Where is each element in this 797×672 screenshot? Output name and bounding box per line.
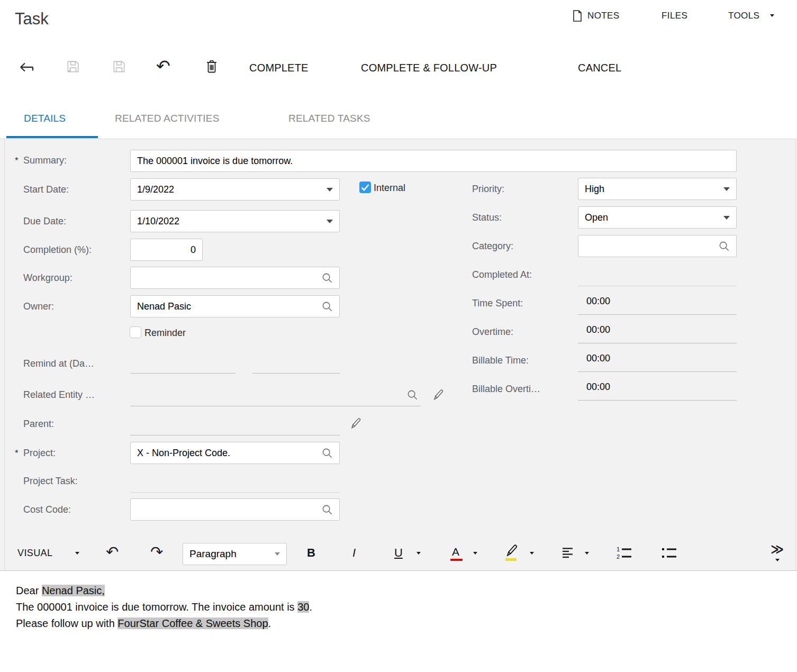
files-button[interactable]: FILES	[662, 11, 687, 21]
workgroup-input[interactable]	[130, 267, 340, 289]
priority-value: High	[585, 184, 723, 195]
remind-at-time-input[interactable]	[252, 373, 340, 374]
internal-checkbox[interactable]	[359, 181, 371, 193]
status-select[interactable]: Open	[578, 206, 737, 229]
delete-button[interactable]	[204, 58, 219, 75]
due-date-value: 1/10/2022	[137, 216, 327, 227]
overtime-input[interactable]: 00:00	[578, 324, 737, 343]
complete-follow-up-button[interactable]: COMPLETE & FOLLOW-UP	[361, 62, 497, 74]
complete-button[interactable]: COMPLETE	[249, 62, 309, 74]
category-input[interactable]	[578, 235, 737, 257]
cost-code-label: Cost Code:	[23, 503, 71, 516]
chevron-down-icon	[473, 552, 477, 555]
remind-at-label: Remind at (Da…	[23, 357, 94, 370]
tools-menu[interactable]: TOOLS	[728, 11, 759, 21]
undo-button[interactable]: ↶	[156, 56, 170, 76]
tab-related-tasks[interactable]: RELATED TASKS	[288, 113, 370, 124]
status-label: Status:	[472, 211, 502, 224]
parent-label: Parent:	[23, 417, 54, 430]
billable-overtime-value: 00:00	[586, 382, 610, 393]
owner-value: Nenad Pasic	[137, 301, 321, 312]
completion-value: 0	[137, 244, 196, 256]
paragraph-style-select[interactable]: Paragraph	[183, 543, 287, 565]
editor-body[interactable]: Dear Nenad Pasic, The 000001 invoice is …	[0, 570, 797, 672]
billable-overtime-input[interactable]: 00:00	[578, 382, 737, 401]
cancel-button[interactable]: CANCEL	[578, 62, 621, 74]
search-icon[interactable]	[718, 240, 730, 252]
overtime-value: 00:00	[586, 324, 610, 335]
summary-value: The 000001 invoice is due tomorrow.	[137, 156, 730, 167]
due-date-label: Due Date:	[23, 215, 66, 228]
time-spent-input[interactable]: 00:00	[578, 296, 737, 315]
font-color-button[interactable]: A	[452, 545, 459, 559]
editor-redo-button[interactable]: ↷	[150, 543, 163, 561]
chevron-down-icon	[416, 552, 421, 555]
required-marker: *	[15, 447, 19, 460]
task-window: Task NOTES FILES TOOLS ↶ COMPLETE COMPLE…	[0, 0, 797, 672]
billable-time-value: 00:00	[586, 353, 610, 364]
chevron-down-icon	[723, 187, 730, 191]
bullet-list-button[interactable]	[662, 546, 677, 560]
active-tab-indicator	[6, 136, 98, 138]
status-value: Open	[585, 212, 723, 223]
priority-select[interactable]: High	[578, 178, 737, 200]
reminder-checkbox[interactable]	[130, 326, 141, 338]
time-spent-value: 00:00	[586, 296, 610, 307]
search-icon[interactable]	[321, 301, 333, 312]
editor-undo-button[interactable]: ↶	[106, 543, 119, 561]
start-date-input[interactable]: 1/9/2022	[130, 178, 340, 201]
cost-code-input[interactable]	[130, 498, 340, 521]
project-task-label: Project Task:	[23, 475, 78, 487]
search-icon[interactable]	[321, 447, 333, 459]
chevron-down-icon	[585, 552, 589, 555]
notes-icon	[572, 10, 583, 22]
edit-pencil-icon[interactable]	[432, 388, 445, 402]
notes-button[interactable]: NOTES	[587, 11, 620, 21]
italic-button[interactable]: I	[352, 546, 356, 560]
search-icon[interactable]	[321, 272, 333, 284]
start-date-value: 1/9/2022	[137, 184, 327, 195]
svg-text:2: 2	[617, 553, 620, 560]
underline-button[interactable]: U	[394, 546, 403, 560]
bold-button[interactable]: B	[307, 546, 315, 560]
billable-time-input[interactable]: 00:00	[578, 353, 737, 372]
related-entity-input[interactable]	[130, 406, 421, 406]
chevron-down-icon	[530, 552, 534, 555]
highlighter-button[interactable]	[504, 543, 519, 558]
editor-text: Dear Nenad Pasic, The 000001 invoice is …	[0, 571, 797, 632]
editor-line-1: Dear Nenad Pasic,	[16, 583, 797, 599]
billable-overtime-label: Billable Overti…	[472, 383, 540, 395]
due-date-input[interactable]: 1/10/2022	[130, 210, 340, 232]
chevron-down-icon	[275, 552, 280, 556]
project-label: Project:	[23, 447, 56, 459]
edit-pencil-icon[interactable]	[349, 416, 362, 430]
remind-at-date-input[interactable]	[130, 373, 236, 374]
save-button-disabled[interactable]	[112, 59, 126, 74]
project-input[interactable]: X - Non-Project Code.	[130, 442, 340, 464]
highlighted-text: 30	[297, 601, 309, 613]
summary-input[interactable]: The 000001 invoice is due tomorrow.	[130, 150, 737, 172]
tab-related-activities[interactable]: RELATED ACTIVITIES	[115, 113, 220, 124]
font-color-swatch	[450, 559, 463, 561]
overtime-label: Overtime:	[472, 325, 513, 338]
workgroup-label: Workgroup:	[23, 271, 73, 284]
back-button[interactable]	[17, 60, 35, 75]
parent-input[interactable]	[130, 435, 340, 435]
numbered-list-button[interactable]: 1 2	[616, 546, 633, 560]
tab-details[interactable]: DETAILS	[24, 113, 66, 124]
editor-mode-dropdown[interactable]: VISUAL	[17, 548, 52, 559]
completed-at-field	[578, 286, 737, 286]
category-label: Category:	[472, 240, 513, 252]
save-close-button-disabled[interactable]	[66, 59, 80, 74]
search-icon[interactable]	[406, 389, 418, 401]
editor-line-2: The 000001 invoice is due tomorrow. The …	[16, 599, 797, 615]
editor-more-button[interactable]: ≫	[771, 542, 784, 557]
alignment-button[interactable]	[562, 547, 575, 559]
billable-time-label: Billable Time:	[472, 354, 529, 367]
owner-input[interactable]: Nenad Pasic	[130, 295, 340, 317]
project-task-input[interactable]	[130, 492, 340, 493]
internal-checkbox-label: Internal	[374, 181, 405, 194]
search-icon[interactable]	[321, 504, 333, 515]
completion-input[interactable]: 0	[130, 239, 203, 261]
reminder-checkbox-label: Reminder	[144, 326, 186, 339]
